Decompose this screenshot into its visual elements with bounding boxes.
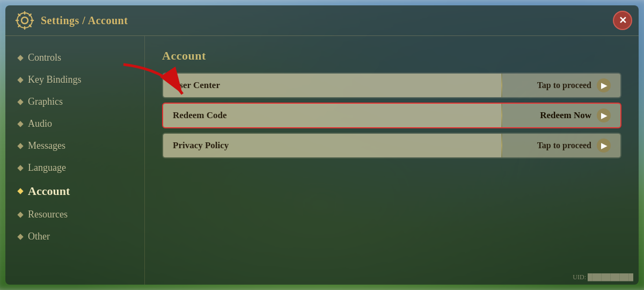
row-action-user-center: Tap to proceed▶ [502, 74, 620, 97]
diamond-icon [17, 234, 23, 240]
sidebar-item-other[interactable]: Other [5, 226, 144, 248]
diamond-icon [17, 55, 23, 61]
sidebar-item-graphics[interactable]: Graphics [5, 91, 144, 113]
sidebar-item-label: Key Bindings [28, 74, 82, 85]
sidebar-item-controls[interactable]: Controls [5, 47, 144, 69]
row-action-redeem-code: Redeem Now▶ [502, 104, 620, 127]
diamond-icon [17, 188, 23, 194]
body: ControlsKey BindingsGraphicsAudioMessage… [5, 36, 639, 285]
sidebar-item-label: Resources [28, 209, 68, 220]
diamond-icon [17, 99, 23, 105]
diamond-icon [17, 212, 23, 218]
diamond-icon [17, 121, 23, 127]
row-label-user-center: User Center [163, 74, 501, 97]
uid-value: ██████████ [588, 273, 633, 281]
diamond-icon [17, 165, 23, 171]
sidebar-item-account[interactable]: Account [5, 179, 144, 204]
settings-panel: Settings / Account ✕ ControlsKey Binding… [5, 5, 639, 285]
sidebar-item-resources[interactable]: Resources [5, 204, 144, 226]
circle-arrow-icon: ▶ [597, 108, 611, 122]
sidebar-item-language[interactable]: Language [5, 157, 144, 179]
section-title: Account [162, 49, 621, 63]
row-action-privacy-policy: Tap to proceed▶ [502, 134, 620, 157]
settings-row-user-center[interactable]: User CenterTap to proceed▶ [162, 73, 621, 98]
svg-point-1 [17, 13, 32, 28]
settings-row-redeem-code[interactable]: Redeem CodeRedeem Now▶ [162, 103, 621, 128]
svg-point-0 [21, 17, 28, 24]
circle-arrow-icon: ▶ [597, 78, 611, 92]
close-button[interactable]: ✕ [613, 11, 632, 30]
content-area: Account User CenterTap to proceed▶Redeem… [145, 36, 639, 285]
sidebar-item-label: Account [28, 184, 70, 198]
action-text: Tap to proceed [537, 141, 591, 150]
uid-label: UID: [573, 273, 586, 281]
sidebar-item-audio[interactable]: Audio [5, 113, 144, 135]
row-label-privacy-policy: Privacy Policy [163, 134, 501, 157]
sidebar-item-label: Other [28, 231, 50, 242]
sidebar: ControlsKey BindingsGraphicsAudioMessage… [5, 36, 145, 285]
sidebar-item-label: Controls [28, 52, 61, 63]
circle-arrow-icon: ▶ [597, 139, 611, 153]
header-title: Settings / Account [41, 15, 128, 27]
sidebar-item-key-bindings[interactable]: Key Bindings [5, 69, 144, 91]
diamond-icon [17, 77, 23, 83]
settings-row-privacy-policy[interactable]: Privacy PolicyTap to proceed▶ [162, 133, 621, 158]
sidebar-item-label: Language [28, 162, 66, 173]
sidebar-item-messages[interactable]: Messages [5, 135, 144, 157]
sidebar-item-label: Audio [28, 118, 52, 129]
action-text: Redeem Now [540, 110, 591, 121]
diamond-icon [17, 143, 23, 149]
sidebar-item-label: Messages [28, 140, 65, 151]
header: Settings / Account ✕ [5, 5, 639, 36]
action-text: Tap to proceed [537, 81, 591, 90]
row-label-redeem-code: Redeem Code [163, 104, 501, 127]
gear-icon [15, 11, 34, 30]
sidebar-item-label: Graphics [28, 96, 63, 107]
uid-bar: UID: ██████████ [573, 273, 633, 281]
